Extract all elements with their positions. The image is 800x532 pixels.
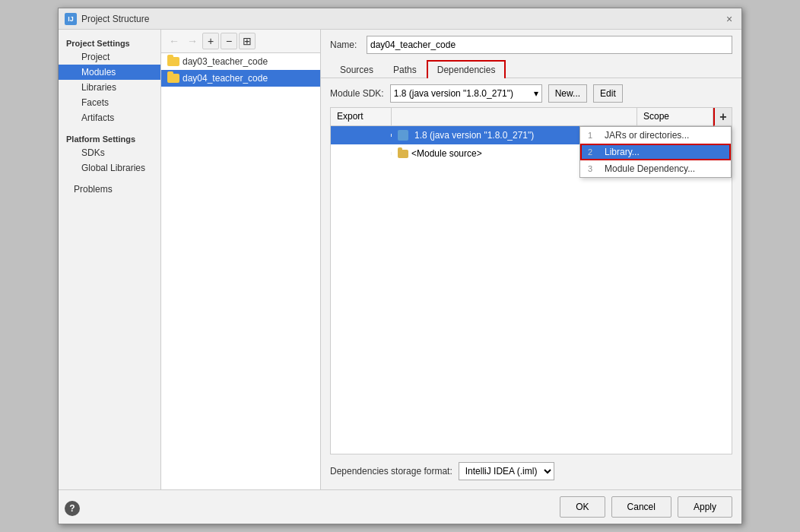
title-bar: IJ Project Structure × (59, 8, 741, 30)
cancel-button[interactable]: Cancel (611, 496, 671, 518)
col-actions: + 1 JARs or directories... 2 Library... (713, 108, 732, 125)
deps-table-header: Export Scope + 1 JARs or directories... (331, 108, 732, 126)
module-list-toolbar: ← → + − ⊞ (161, 30, 320, 53)
sdk-icon (398, 130, 408, 141)
sdk-dropdown[interactable]: 1.8 (java version "1.8.0_271") ▾ (390, 84, 542, 103)
folder-icon (167, 57, 179, 66)
project-structure-dialog: IJ Project Structure × Project Settings … (58, 8, 742, 524)
nav-buttons: ← → (166, 33, 201, 49)
sidebar-item-libraries[interactable]: Libraries (59, 80, 160, 95)
dialog-footer: OK Cancel Apply (59, 489, 741, 524)
right-panel: Name: Sources Paths Dependencies Mo (321, 30, 741, 489)
module-list-panel: ← → + − ⊞ day03_teacher_code day04_teach… (161, 30, 321, 489)
deps-storage-label: Dependencies storage format: (330, 466, 452, 477)
sidebar-item-artifacts[interactable]: Artifacts (59, 110, 160, 125)
apply-button[interactable]: Apply (678, 496, 732, 518)
close-button[interactable]: × (723, 13, 735, 25)
dropdown-item-jars[interactable]: 1 JARs or directories... (580, 127, 731, 144)
sidebar: Project Settings Project Modules Librari… (59, 30, 161, 489)
module-sdk-label: Module SDK: (330, 88, 384, 99)
module-item-day03[interactable]: day03_teacher_code (161, 53, 320, 70)
module-item-day04[interactable]: day04_teacher_code (161, 70, 320, 87)
help-button[interactable]: ? (65, 501, 80, 516)
dropdown-item-module-dep[interactable]: 3 Module Dependency... (580, 160, 731, 177)
platform-settings-label: Platform Settings (59, 131, 160, 145)
folder-icon (167, 74, 179, 83)
col-name (392, 108, 637, 125)
dialog-title: Project Structure (81, 14, 149, 24)
chevron-down-icon: ▾ (534, 88, 538, 99)
remove-module-button[interactable]: − (221, 33, 237, 49)
row-export (331, 134, 392, 137)
module-list: day03_teacher_code day04_teacher_code (161, 53, 320, 489)
app-icon: IJ (65, 13, 77, 25)
sidebar-item-global-libraries[interactable]: Global Libraries (59, 160, 160, 176)
deps-storage-select[interactable]: IntelliJ IDEA (.iml) (459, 462, 554, 480)
deps-bottom: Dependencies storage format: IntelliJ ID… (330, 459, 732, 483)
edit-sdk-button[interactable]: Edit (593, 84, 623, 103)
title-bar-left: IJ Project Structure (65, 13, 149, 25)
tab-dependencies[interactable]: Dependencies (427, 60, 506, 78)
ok-button[interactable]: OK (560, 496, 605, 518)
add-dependency-dropdown: 1 JARs or directories... 2 Library... 3 … (579, 126, 732, 178)
name-row: Name: (321, 30, 741, 60)
row-export (331, 152, 392, 155)
tab-sources[interactable]: Sources (330, 61, 383, 78)
sidebar-item-sdks[interactable]: SDKs (59, 145, 160, 160)
folder-icon (398, 150, 408, 158)
add-module-button[interactable]: + (202, 33, 219, 49)
name-input[interactable] (367, 36, 732, 54)
dropdown-item-library[interactable]: 2 Library... (580, 144, 731, 160)
tabs-row: Sources Paths Dependencies (321, 60, 741, 78)
main-content: Project Settings Project Modules Librari… (59, 30, 741, 489)
new-sdk-button[interactable]: New... (548, 84, 587, 103)
back-button[interactable]: ← (166, 33, 183, 49)
deps-panel: Module SDK: 1.8 (java version "1.8.0_271… (321, 78, 741, 489)
project-settings-label: Project Settings (59, 36, 160, 49)
sidebar-item-modules[interactable]: Modules (59, 65, 160, 80)
sidebar-item-facets[interactable]: Facets (59, 95, 160, 110)
tab-paths[interactable]: Paths (383, 61, 427, 78)
name-label: Name: (330, 40, 360, 50)
deps-table: Export Scope + 1 JARs or directories... (330, 107, 732, 454)
col-export: Export (331, 108, 392, 125)
sidebar-item-project[interactable]: Project (59, 49, 160, 65)
module-sdk-row: Module SDK: 1.8 (java version "1.8.0_271… (330, 84, 732, 103)
add-dependency-button[interactable]: + (713, 108, 732, 126)
sidebar-item-problems[interactable]: Problems (59, 182, 160, 197)
copy-module-button[interactable]: ⊞ (239, 33, 256, 49)
forward-button[interactable]: → (184, 33, 201, 49)
col-scope: Scope (637, 108, 713, 125)
